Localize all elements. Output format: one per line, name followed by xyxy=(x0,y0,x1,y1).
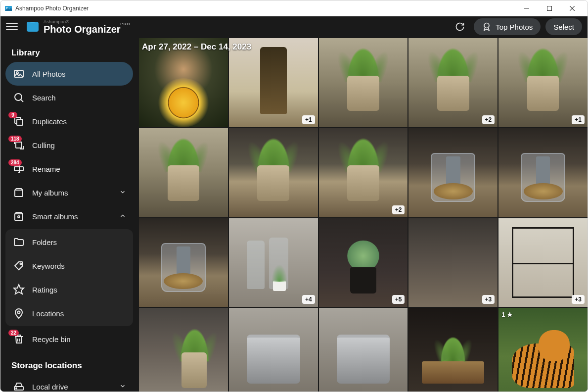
sidebar-item-rename[interactable]: 284 Rename xyxy=(5,157,133,181)
sidebar-item-duplicates[interactable]: 9 Duplicates xyxy=(5,109,133,133)
photo-tile[interactable] xyxy=(139,308,228,392)
sidebar-item-label: Folders xyxy=(32,238,126,246)
badge: 9 xyxy=(8,112,17,118)
menu-button[interactable] xyxy=(6,21,18,33)
sidebar-item-label: Search xyxy=(32,94,126,102)
rating-badge: 1 ★ xyxy=(501,311,513,318)
photo-tile[interactable] xyxy=(498,128,588,217)
rosette-icon xyxy=(482,22,492,32)
badge: 284 xyxy=(8,159,22,166)
sidebar-item-all-photos[interactable]: All Photos xyxy=(5,62,133,86)
svg-rect-11 xyxy=(17,119,23,125)
sidebar-item-label: Keywords xyxy=(32,262,126,270)
minimize-button[interactable] xyxy=(515,0,538,16)
photo-tile[interactable]: +3 xyxy=(408,218,498,307)
photo-tile[interactable] xyxy=(139,128,228,217)
sidebar-item-keywords[interactable]: Keywords xyxy=(5,254,133,278)
photo-tile[interactable]: +1 xyxy=(498,38,588,127)
drive-icon xyxy=(12,380,25,392)
sidebar-item-label: Locations xyxy=(32,309,126,318)
duplicates-icon: 9 xyxy=(12,115,25,128)
photo-tile[interactable] xyxy=(408,308,498,392)
sidebar-item-label: Local drive xyxy=(32,383,112,391)
chevron-up-icon xyxy=(119,212,126,221)
sidebar-item-ratings[interactable]: Ratings xyxy=(5,278,133,301)
svg-rect-15 xyxy=(15,190,23,196)
svg-point-6 xyxy=(484,23,489,28)
svg-rect-3 xyxy=(547,6,552,11)
search-icon xyxy=(12,91,25,104)
sidebar: Library All Photos Search 9 Duplicates 1… xyxy=(0,16,138,392)
select-button[interactable]: Select xyxy=(545,18,582,35)
sidebar-item-label: Rename xyxy=(32,165,126,173)
sidebar-item-label: My albums xyxy=(32,189,112,197)
chevron-down-icon xyxy=(119,383,126,391)
rename-icon: 284 xyxy=(12,162,25,175)
sidebar-item-label: Culling xyxy=(32,141,126,149)
photo-tile[interactable] xyxy=(408,128,498,217)
photo-tile[interactable]: +2 xyxy=(319,128,408,217)
svg-rect-12 xyxy=(16,142,22,148)
topbar: Ashampoo® Photo Organizer PRO Top Photos… xyxy=(0,16,588,38)
stack-badge: +5 xyxy=(392,295,405,304)
badge: 22 xyxy=(8,330,19,336)
photo-grid: +1+2+1+2+4+5+3+31 ★2 ★ xyxy=(138,38,588,392)
stack-badge: +1 xyxy=(572,115,585,124)
svg-point-20 xyxy=(18,311,20,314)
content-area: Apr 27, 2022 – Dec 14, 2023 +1+2+1+2+4+5… xyxy=(138,16,588,392)
top-photos-label: Top Photos xyxy=(496,23,533,31)
window-title: Ashampoo Photo Organizer xyxy=(15,5,89,12)
svg-point-9 xyxy=(15,94,22,100)
photo-tile[interactable]: +5 xyxy=(319,218,408,307)
brand: Ashampoo® Photo Organizer PRO xyxy=(26,20,121,34)
svg-marker-19 xyxy=(14,285,24,294)
close-button[interactable] xyxy=(561,0,584,16)
photo-tile[interactable] xyxy=(229,308,318,392)
sidebar-item-label: Duplicates xyxy=(32,117,126,126)
photo-tile[interactable]: +3 xyxy=(498,218,588,307)
library-heading: Library xyxy=(0,42,138,62)
date-range-header: Apr 27, 2022 – Dec 14, 2023 xyxy=(142,42,251,52)
location-icon xyxy=(12,307,25,320)
sidebar-item-label: Ratings xyxy=(32,286,126,294)
sidebar-item-local-drive[interactable]: Local drive xyxy=(5,375,133,392)
sidebar-item-culling[interactable]: 118 Culling xyxy=(5,133,133,157)
svg-rect-16 xyxy=(15,214,23,220)
photo-tile[interactable]: 1 ★ xyxy=(498,308,588,392)
svg-point-18 xyxy=(20,263,22,265)
culling-icon: 118 xyxy=(12,139,25,151)
sidebar-item-folders[interactable]: Folders xyxy=(5,230,133,254)
sidebar-item-label: Recycle bin xyxy=(32,335,126,343)
app-icon xyxy=(4,4,12,12)
brand-icon xyxy=(26,21,40,33)
sidebar-item-recycle-bin[interactable]: 22 Recycle bin xyxy=(5,327,133,351)
stack-badge: +3 xyxy=(572,295,585,304)
photo-tile[interactable] xyxy=(229,128,318,217)
sidebar-item-locations[interactable]: Locations xyxy=(5,301,133,325)
photo-tile[interactable] xyxy=(139,218,228,307)
photo-tile[interactable] xyxy=(319,308,408,392)
trash-icon: 22 xyxy=(12,333,25,345)
photo-tile[interactable]: +4 xyxy=(229,218,318,307)
sidebar-item-my-albums[interactable]: My albums xyxy=(5,181,133,204)
sidebar-item-smart-albums[interactable]: Smart albums xyxy=(5,204,133,228)
svg-point-17 xyxy=(18,216,20,218)
titlebar: Ashampoo Photo Organizer xyxy=(0,0,588,16)
sidebar-item-search[interactable]: Search xyxy=(5,86,133,109)
storage-heading: Storage locations xyxy=(0,355,138,375)
select-label: Select xyxy=(553,23,574,31)
sidebar-item-label: All Photos xyxy=(32,70,126,78)
chevron-down-icon xyxy=(119,189,126,197)
photo-tile[interactable]: +2 xyxy=(408,38,498,127)
svg-point-24 xyxy=(16,388,17,389)
smart-albums-group: Folders Keywords Ratings Locations xyxy=(5,229,133,326)
stack-badge: +2 xyxy=(482,115,495,124)
refresh-button[interactable] xyxy=(451,18,469,36)
tag-icon xyxy=(12,259,25,272)
photo-tile[interactable] xyxy=(319,38,408,127)
top-photos-button[interactable]: Top Photos xyxy=(474,18,541,35)
svg-line-10 xyxy=(21,99,23,102)
maximize-button[interactable] xyxy=(538,0,561,16)
badge: 118 xyxy=(8,136,22,142)
stack-badge: +3 xyxy=(482,295,495,304)
